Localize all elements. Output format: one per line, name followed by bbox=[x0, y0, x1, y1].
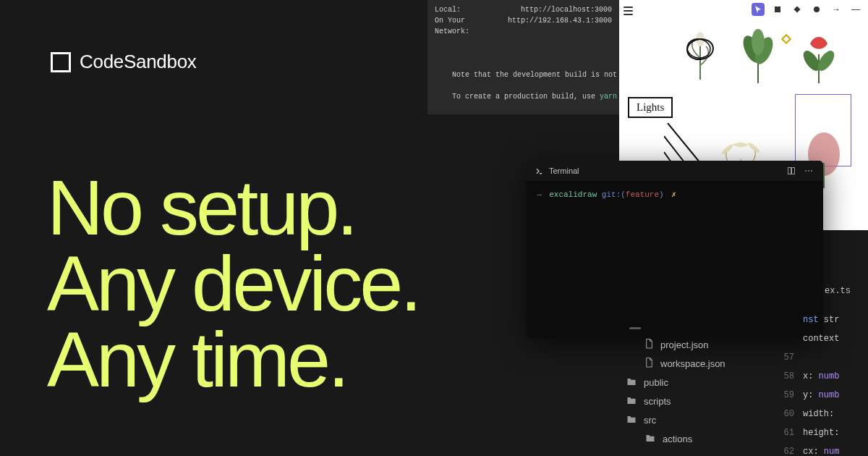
tool-pointer[interactable] bbox=[752, 3, 765, 16]
file-tree: project.jsonworkspace.jsonpublicscriptss… bbox=[616, 327, 774, 448]
devserver-local-label: Local: bbox=[435, 4, 514, 15]
terminal-titlebar: Terminal ⋯ bbox=[527, 161, 823, 181]
excalidraw-toolbar: → — bbox=[749, 1, 865, 17]
label-lights[interactable]: Lights bbox=[628, 97, 673, 118]
logo-icon bbox=[51, 52, 71, 72]
code-text: cx: num bbox=[803, 447, 839, 456]
tree-item-label: src bbox=[644, 415, 656, 426]
editor-line[interactable]: nst str bbox=[774, 311, 868, 329]
file-workspace-json[interactable]: workspace.json bbox=[616, 354, 774, 373]
terminal-body[interactable]: → excalidraw git:(feature) ✗ bbox=[527, 181, 823, 208]
folder-public[interactable]: public bbox=[616, 373, 774, 392]
devserver-network-value: http://192.168.43.1:3000 bbox=[508, 15, 612, 37]
code-text: height: bbox=[803, 428, 839, 438]
svg-rect-18 bbox=[788, 168, 791, 174]
tool-diamond[interactable] bbox=[791, 3, 804, 16]
code-text: context bbox=[803, 334, 839, 344]
svg-line-10 bbox=[668, 123, 700, 163]
folder-scripts[interactable]: scripts bbox=[616, 392, 774, 410]
tool-line[interactable]: — bbox=[849, 3, 862, 16]
plant-thumb-3[interactable] bbox=[796, 29, 842, 87]
devserver-cmd: yarn build bbox=[600, 93, 619, 101]
prompt-dirty-icon: ✗ bbox=[671, 190, 676, 199]
folder-icon bbox=[645, 434, 655, 444]
editor-line[interactable]: 62cx: num bbox=[774, 442, 868, 456]
scribble-circle bbox=[684, 36, 716, 62]
split-icon[interactable] bbox=[787, 166, 796, 175]
tree-item-label: public bbox=[644, 377, 668, 388]
editor-filename: ex.ts bbox=[774, 286, 868, 296]
devserver-local-value: http://localhost:3000 bbox=[521, 4, 612, 15]
line-number: 61 bbox=[774, 428, 803, 438]
hamburger-icon[interactable] bbox=[624, 7, 633, 15]
tool-square[interactable] bbox=[771, 3, 784, 16]
devserver-network-label: On Your Network: bbox=[435, 15, 501, 37]
file-project-json[interactable]: project.json bbox=[616, 335, 774, 354]
prompt-git-open: git:( bbox=[602, 190, 626, 199]
svg-point-15 bbox=[733, 143, 748, 147]
devserver-panel: Local: http://localhost:3000 On Your Net… bbox=[427, 0, 619, 114]
code-text: nst str bbox=[803, 315, 839, 325]
tree-item-label: actions bbox=[663, 434, 692, 444]
tree-divider bbox=[629, 327, 641, 329]
svg-point-1 bbox=[814, 7, 820, 12]
devserver-note-2: To create a production build, use bbox=[452, 93, 600, 101]
folder-icon bbox=[626, 396, 637, 407]
plant-thumb-2[interactable] bbox=[735, 29, 781, 87]
hero-line-2: Any device. bbox=[47, 246, 419, 322]
line-number: 62 bbox=[774, 447, 803, 456]
brand: CodeSandbox bbox=[51, 51, 197, 73]
svg-point-7 bbox=[752, 29, 765, 55]
line-number: 59 bbox=[774, 390, 803, 400]
tree-item-label: scripts bbox=[644, 396, 671, 407]
tree-item-label: project.json bbox=[660, 339, 708, 350]
folder-src[interactable]: src bbox=[616, 410, 774, 429]
prompt-dir: excalidraw bbox=[549, 190, 597, 199]
prompt-arrow-icon: → bbox=[537, 190, 542, 199]
selection-handle-icon[interactable] bbox=[781, 34, 791, 44]
svg-rect-0 bbox=[775, 7, 780, 12]
hero-headline: No setup. Any device. Any time. bbox=[47, 170, 419, 397]
svg-rect-19 bbox=[792, 168, 795, 174]
hero-line-3: Any time. bbox=[47, 322, 419, 398]
svg-point-13 bbox=[720, 143, 734, 155]
editor-line[interactable]: 59y: numb bbox=[774, 386, 868, 405]
tool-arrow[interactable]: → bbox=[830, 3, 843, 16]
line-number: 57 bbox=[774, 352, 803, 363]
terminal-title: Terminal bbox=[549, 166, 579, 175]
tree-item-label: workspace.json bbox=[660, 358, 726, 369]
prompt-branch: feature bbox=[626, 190, 659, 199]
file-icon bbox=[645, 358, 653, 370]
editor-line[interactable]: context bbox=[774, 329, 868, 348]
prompt-git-close: ) bbox=[659, 190, 664, 199]
editor-line[interactable]: 57 bbox=[774, 348, 868, 367]
code-text: y: numb bbox=[803, 390, 839, 400]
file-icon bbox=[645, 339, 653, 351]
folder-icon bbox=[626, 415, 637, 426]
code-text: width: bbox=[803, 409, 834, 419]
editor-line[interactable]: 58x: numb bbox=[774, 367, 868, 386]
hero-line-1: No setup. bbox=[47, 170, 419, 246]
svg-point-14 bbox=[746, 141, 760, 153]
editor-line[interactable]: 61height: bbox=[774, 423, 868, 442]
brand-name: CodeSandbox bbox=[80, 51, 197, 73]
editor-snippet: ex.ts nst strcontext5758x: numb59y: numb… bbox=[774, 286, 868, 456]
folder-actions[interactable]: actions bbox=[616, 429, 774, 448]
more-icon[interactable]: ⋯ bbox=[804, 166, 814, 176]
code-text: x: numb bbox=[803, 371, 839, 381]
line-number: 58 bbox=[774, 371, 803, 381]
tool-circle[interactable] bbox=[810, 3, 823, 16]
devserver-note-1: Note that the development build is not o… bbox=[452, 71, 619, 79]
editor-line[interactable]: 60width: bbox=[774, 405, 868, 423]
folder-icon bbox=[626, 377, 637, 388]
prompt-icon bbox=[535, 167, 543, 175]
line-number: 60 bbox=[774, 409, 803, 419]
